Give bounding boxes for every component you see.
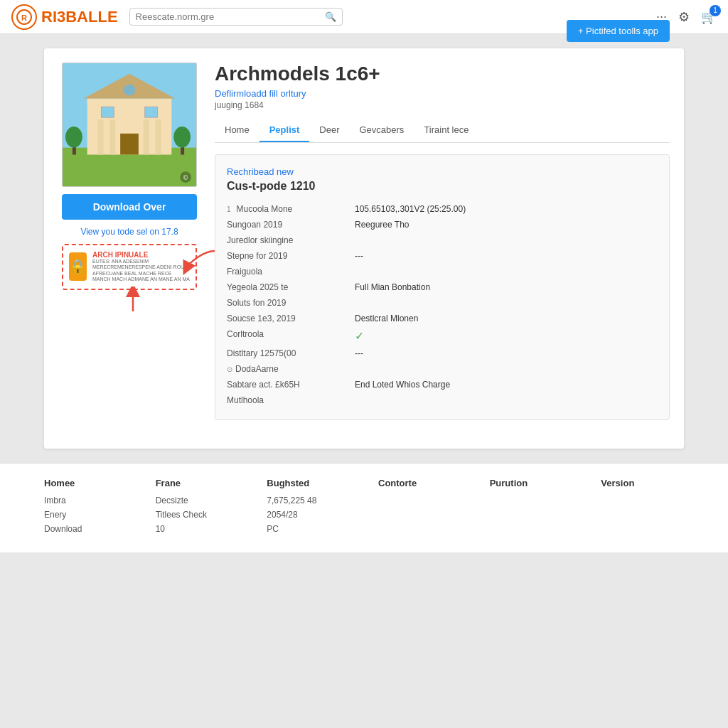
svg-text:R: R — [21, 14, 27, 22]
footer-item-download: Download — [44, 524, 127, 534]
content-card: © Download Over View you tode sel on 17.… — [44, 48, 684, 449]
footer-item-num2: 2054/28 — [267, 510, 350, 520]
product-meta: juuging 1684 — [215, 100, 380, 110]
svg-rect-13 — [145, 107, 158, 117]
footer-header-bughsted: Bughsted — [267, 478, 350, 488]
info-value-6: Full Mian Bonbation — [355, 282, 658, 292]
info-label-10: Distltary 12575(00 — [227, 348, 355, 358]
footer-header-frane: Frane — [156, 478, 239, 488]
svg-rect-7 — [98, 119, 104, 154]
footer-item-num1: 7,675,225 48 — [267, 496, 350, 505]
logo: R RI3BALLE — [11, 4, 118, 30]
promo-icon: 🔒 — [69, 252, 87, 281]
svg-rect-12 — [101, 107, 114, 117]
tab-gevcabers[interactable]: Gevcabers — [350, 119, 414, 142]
info-label-3: Juredlor skiingine — [227, 235, 355, 245]
footer-col-version: Version — [601, 478, 684, 538]
logo-icon: R — [11, 4, 37, 30]
footer-header-version: Version — [601, 478, 684, 488]
footer-item-decsizte: Decsizte — [156, 496, 239, 505]
footer-col-contorte: Contorte — [378, 478, 461, 538]
cart-icon[interactable]: 🛒 1 — [701, 9, 717, 25]
svg-point-6 — [123, 84, 136, 97]
view-link[interactable]: View you tode sel on 17.8 — [80, 227, 178, 237]
promo-container: 🔒 ARCH IPINUALE EUTES: ANA ADESENIM MERE… — [62, 244, 197, 290]
info-label-2: Sungoan 2019 — [227, 220, 355, 230]
info-value-12: End Loted Whios Charge — [355, 380, 658, 390]
footer-col-bughsted: Bughsted 7,675,225 48 2054/28 PC — [267, 478, 350, 538]
footer-grid: Homee Imbra Enery Download Frane Decsizt… — [44, 478, 684, 538]
logo-text: RI3BALLE — [41, 8, 118, 26]
info-value-8: Destlcral Mlonen — [355, 314, 658, 323]
svg-point-17 — [173, 127, 191, 148]
promo-title: ARCH IPINUALE — [92, 251, 190, 259]
product-left: © Download Over View you tode sel on 17.… — [58, 63, 200, 420]
tab-peplist[interactable]: Peplist — [259, 119, 310, 142]
info-panel: Rechribead new Cus-t-pode 1210 1 Mucoola… — [215, 154, 670, 420]
download-button[interactable]: Download Over — [62, 194, 197, 220]
info-row-12: Sabtare act. £k65H End Loted Whios Charg… — [227, 377, 658, 392]
footer-item-titlees: Titlees Check — [156, 510, 239, 520]
info-value-10: --- — [355, 348, 658, 358]
info-row-4: Stepne for 2019 --- — [227, 248, 658, 264]
info-row-6: Yegeola 2025 te Full Mian Bonbation — [227, 279, 658, 295]
product-top: © Download Over View you tode sel on 17.… — [58, 63, 670, 420]
info-value-4: --- — [355, 251, 658, 261]
product-subtitle: Deflirmloadd fill orltury — [215, 88, 380, 99]
action-button[interactable]: + Pictifed toolls app — [567, 20, 670, 42]
tab-tiraint[interactable]: Tiraint lece — [414, 119, 478, 142]
info-label-12: Sabtare act. £k65H — [227, 380, 355, 390]
info-label-4: Stepne for 2019 — [227, 251, 355, 261]
footer-header-contorte: Contorte — [378, 478, 461, 488]
footer-item-ten: 10 — [156, 524, 239, 534]
info-section-title: Rechribead new — [227, 166, 658, 177]
footer-item-enery: Enery — [44, 510, 127, 520]
product-right: Archmodels 1c6+ Deflirmloadd fill orltur… — [215, 63, 670, 420]
info-row-2: Sungoan 2019 Reeguree Tho — [227, 217, 658, 232]
product-title-block: Archmodels 1c6+ Deflirmloadd fill orltur… — [215, 63, 380, 119]
info-value-1: 105.65103,.301V2 (25:25.00) — [355, 204, 658, 214]
info-row-13: Mutlhoola — [227, 392, 658, 408]
info-row-7: Soluts fon 2019 — [227, 295, 658, 311]
search-icon: 🔍 — [325, 11, 336, 22]
promo-subtitle: EUTES: ANA ADESENIM MERECREMENERESPENE A… — [92, 259, 190, 283]
tabs: Home Peplist Deer Gevcabers Tiraint lece — [215, 119, 670, 143]
info-label-11: ⊙ DodaAarne — [227, 364, 355, 374]
info-label-7: Soluts fon 2019 — [227, 298, 355, 308]
footer-item-pc: PC — [267, 524, 350, 534]
promo-box: 🔒 ARCH IPINUALE EUTES: ANA ADESENIM MERE… — [62, 244, 197, 290]
search-bar[interactable]: 🔍 — [129, 8, 343, 26]
info-main-title: Cus-t-pode 1210 — [227, 180, 658, 193]
info-label-13: Mutlhoola — [227, 395, 355, 405]
settings-icon[interactable]: ⚙ — [678, 9, 690, 25]
footer: Homee Imbra Enery Download Frane Decsizt… — [0, 463, 728, 552]
search-input[interactable] — [136, 11, 321, 22]
cart-badge: 1 — [710, 5, 721, 16]
info-row-11: ⊙ DodaAarne — [227, 361, 658, 377]
info-label-9: Corltroola — [227, 329, 355, 339]
arrow-right — [183, 247, 218, 276]
info-label-1: 1 Mucoola Mone — [227, 204, 355, 214]
tab-home[interactable]: Home — [215, 119, 259, 142]
footer-col-homee: Homee Imbra Enery Download — [44, 478, 127, 538]
info-label-8: Soucse 1e3, 2019 — [227, 314, 355, 323]
main-wrapper: © Download Over View you tode sel on 17.… — [0, 34, 728, 463]
info-label-6: Yegeola 2025 te — [227, 282, 355, 292]
product-title: Archmodels 1c6+ — [215, 63, 380, 85]
info-row-1: 1 Mucoola Mone 105.65103,.301V2 (25:25.0… — [227, 201, 658, 217]
svg-rect-8 — [109, 119, 115, 154]
footer-col-frane: Frane Decsizte Titlees Check 10 — [156, 478, 239, 538]
svg-rect-9 — [144, 119, 149, 154]
info-row-8: Soucse 1e3, 2019 Destlcral Mlonen — [227, 311, 658, 326]
footer-col-purution: Purution — [490, 478, 573, 538]
svg-rect-11 — [120, 134, 139, 155]
svg-rect-10 — [156, 119, 161, 154]
info-value-2: Reeguree Tho — [355, 220, 658, 230]
promo-text-block: ARCH IPINUALE EUTES: ANA ADESENIM MERECR… — [92, 251, 190, 283]
svg-text:©: © — [183, 174, 188, 181]
footer-item-imbra: Imbra — [44, 496, 127, 505]
footer-header-homee: Homee — [44, 478, 127, 488]
tab-deer[interactable]: Deer — [309, 119, 349, 142]
info-row-10: Distltary 12575(00 --- — [227, 346, 658, 361]
arrow-up — [119, 287, 147, 315]
